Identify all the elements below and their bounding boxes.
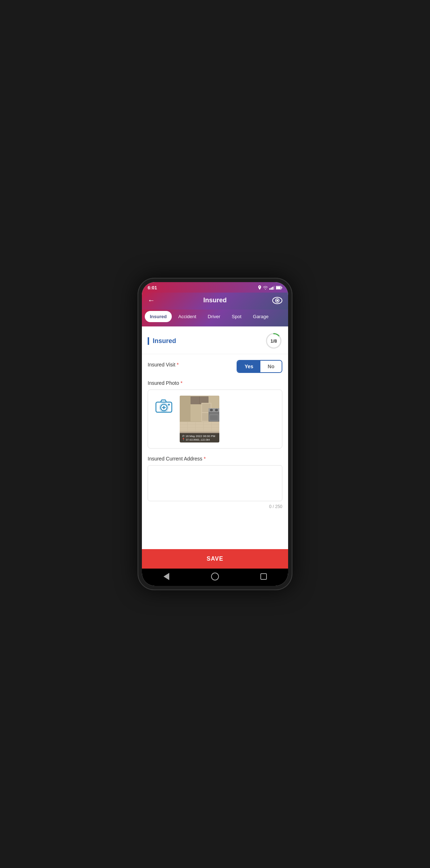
nav-recent-icon (260, 573, 267, 580)
svg-point-9 (277, 299, 278, 301)
header-title: Insured (159, 297, 271, 304)
svg-rect-1 (271, 288, 272, 290)
status-bar: 6:01 (142, 282, 288, 293)
svg-rect-0 (269, 288, 270, 290)
insured-photo-required: * (180, 380, 182, 386)
insured-visit-field: Insured Visit * Yes No (148, 360, 282, 373)
status-time: 6:01 (148, 285, 157, 290)
tab-driver[interactable]: Driver (203, 311, 225, 322)
nav-home-icon (211, 573, 219, 580)
tab-insured[interactable]: Insured (145, 311, 172, 322)
status-icons (258, 285, 282, 290)
header: ← Insured (142, 293, 288, 310)
nav-bar (142, 569, 288, 586)
content-card: Insured 1/8 Insured Visit (142, 326, 288, 569)
photo-location: 📍 37.4219983,-122.084 (182, 438, 217, 441)
tab-bar: Insured Accident Driver Spot Garage (142, 310, 288, 326)
toggle-no[interactable]: No (260, 361, 282, 372)
photo-upload-area: ⏱ 16 May 2022 06:00 PM 📍 37.4219983,-122… (148, 390, 282, 449)
save-button-area: SAVE (142, 549, 288, 569)
back-button[interactable]: ← (148, 296, 159, 304)
card-header: Insured 1/8 (142, 326, 288, 354)
wifi-icon (263, 286, 268, 290)
svg-point-31 (210, 409, 213, 411)
svg-rect-3 (274, 286, 274, 290)
svg-rect-6 (282, 287, 282, 289)
nav-recent-button[interactable] (259, 571, 269, 582)
camera-icon (155, 399, 173, 413)
progress-text: 1/8 (270, 338, 277, 344)
insured-address-label: Insured Current Address * (148, 456, 282, 462)
address-textarea[interactable] (148, 465, 282, 501)
insured-visit-label: Insured Visit * (148, 362, 179, 368)
eye-button[interactable] (271, 297, 282, 304)
save-button[interactable]: SAVE (142, 549, 288, 569)
signal-icon (269, 286, 274, 290)
insured-visit-required: * (177, 362, 179, 368)
nav-back-icon (164, 573, 169, 580)
tab-accident[interactable]: Accident (173, 311, 201, 322)
char-count: 0 / 250 (148, 504, 282, 509)
svg-point-32 (215, 409, 218, 411)
insured-visit-toggle[interactable]: Yes No (237, 360, 282, 373)
insured-address-required: * (204, 456, 206, 462)
insured-photo-field: Insured Photo * (148, 380, 282, 449)
camera-button[interactable] (154, 396, 174, 416)
photo-thumbnail[interactable]: ⏱ 16 May 2022 06:00 PM 📍 37.4219983,-122… (180, 396, 219, 442)
card-title: Insured (148, 337, 176, 345)
nav-back-button[interactable] (161, 571, 171, 582)
photo-date: ⏱ 16 May 2022 06:00 PM (182, 435, 217, 438)
main-content: Insured 1/8 Insured Visit (142, 326, 288, 569)
tab-garage[interactable]: Garage (248, 311, 273, 322)
tab-spot[interactable]: Spot (227, 311, 247, 322)
svg-rect-22 (180, 396, 191, 422)
insured-address-field: Insured Current Address * 0 / 250 (148, 456, 282, 509)
progress-circle: 1/8 (265, 332, 282, 350)
location-icon (258, 285, 261, 290)
svg-rect-2 (272, 287, 273, 290)
eye-icon (272, 297, 282, 304)
phone-frame: 6:01 (138, 278, 292, 590)
battery-icon (276, 286, 282, 290)
form-section: Insured Visit * Yes No Insured Photo * (142, 354, 288, 549)
nav-home-button[interactable] (210, 571, 220, 582)
svg-rect-34 (210, 415, 218, 420)
svg-rect-5 (276, 286, 281, 289)
insured-photo-label: Insured Photo * (148, 380, 282, 386)
photo-overlay: ⏱ 16 May 2022 06:00 PM 📍 37.4219983,-122… (180, 433, 219, 442)
toggle-yes[interactable]: Yes (237, 361, 260, 372)
phone-screen: 6:01 (142, 282, 288, 586)
svg-point-15 (168, 404, 170, 406)
